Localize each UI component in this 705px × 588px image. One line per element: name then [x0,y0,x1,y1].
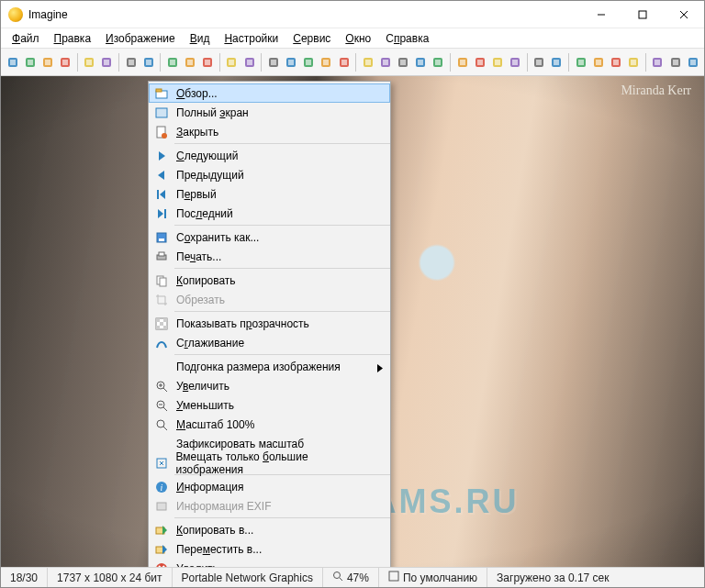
tb-copy[interactable] [140,54,156,71]
ctx-antialias[interactable]: Сглаживание [149,333,390,352]
tb-transparency[interactable] [454,54,470,71]
menu-image[interactable]: Изображение [98,30,183,47]
svg-rect-49 [435,60,441,65]
svg-rect-47 [418,60,423,65]
tb-zoom-in[interactable] [489,54,505,71]
context-menu: Обзор... Полный экран Закрыть Следующий … [148,81,391,567]
tb-view5[interactable] [650,54,666,71]
menu-help[interactable]: Справка [378,30,436,47]
ctx-next[interactable]: Следующий [149,146,390,165]
tb-effect2[interactable] [336,54,352,71]
ctx-info[interactable]: iИнформация [149,477,390,496]
svg-line-108 [163,427,167,430]
delete-icon [152,561,171,568]
svg-rect-96 [160,322,163,326]
tb-effect4[interactable] [377,54,393,71]
svg-rect-97 [156,326,160,329]
minimize-button[interactable] [580,1,621,28]
svg-rect-43 [383,60,388,65]
ctx-copy[interactable]: Копировать [149,271,390,290]
svg-rect-78 [156,108,167,117]
svg-rect-51 [460,60,465,65]
image-viewport[interactable]: Miranda Kerr BYPROGRAMS.RU Обзор... Полн… [1,76,704,567]
ctx-print[interactable]: Печать... [149,247,390,266]
tb-zoom-fit[interactable] [549,54,565,71]
tb-wand[interactable] [685,54,700,71]
next-icon [152,149,171,163]
ctx-first[interactable]: Первый [149,184,390,204]
tb-view3[interactable] [608,54,623,71]
ctx-fitlarge[interactable]: Вмещать только большие изображения [149,453,390,472]
tb-antialias[interactable] [472,54,487,71]
svg-rect-126 [389,571,398,581]
ctx-fullscreen[interactable]: Полный экран [149,103,390,122]
ctx-exif: Информация EXIF [149,496,390,516]
svg-rect-9 [45,60,50,65]
toolbar-separator [355,53,356,72]
tb-rotate-right[interactable] [301,54,317,71]
tb-open[interactable] [5,54,20,71]
tb-redo[interactable] [200,54,216,71]
ctx-zoomin[interactable]: Увеличить [149,376,390,395]
close-button[interactable] [663,1,704,28]
menu-file[interactable]: Файл [5,30,47,47]
tb-view1[interactable] [573,54,588,71]
svg-rect-61 [554,60,559,65]
zoom-in-icon [152,379,171,394]
tb-cut[interactable] [123,54,139,71]
ctx-transparency[interactable]: Показывать прозрачность [149,314,390,333]
maximize-button[interactable] [621,1,663,28]
tb-undo[interactable] [183,54,198,71]
tb-exif[interactable] [241,54,257,71]
menu-edit[interactable]: Правка [47,30,99,47]
tb-palette[interactable] [667,54,683,71]
tb-fullscreen[interactable] [39,54,55,71]
svg-point-107 [157,420,164,427]
info-icon: i [152,480,171,494]
ctx-saveas[interactable]: Сохранить как... [149,227,390,247]
svg-point-124 [333,572,340,579]
tb-save[interactable] [22,54,38,71]
menu-settings[interactable]: Настройки [217,30,285,47]
toolbar-separator [118,53,119,72]
tb-view4[interactable] [626,54,642,71]
svg-rect-63 [578,60,584,65]
tb-swap[interactable] [431,54,446,71]
ctx-moveto[interactable]: Переместить в... [149,539,390,559]
svg-rect-23 [187,60,193,65]
ctx-copyto[interactable]: Копировать в... [149,520,390,539]
tb-view2[interactable] [590,54,606,71]
ctx-prev[interactable]: Предыдущий [149,165,390,184]
menu-view[interactable]: Вид [183,30,218,47]
tb-zoom-out[interactable] [508,54,523,71]
tb-next[interactable] [99,54,115,71]
tb-prev[interactable] [82,54,97,71]
ctx-zoomout[interactable]: Уменьшить [149,395,390,415]
ctx-fit[interactable]: Подгонка размера изображения [149,357,390,376]
tb-crop[interactable] [413,54,429,71]
ctx-last[interactable]: Последний [149,204,390,223]
menu-service[interactable]: Сервис [285,30,338,47]
menu-window[interactable]: Окно [338,30,378,47]
tb-rotate-left[interactable] [283,54,298,71]
ctx-browse[interactable]: Обзор... [149,83,390,103]
tb-resize[interactable] [265,54,281,71]
ctx-zoom100[interactable]: Масштаб 100% [149,415,390,434]
tb-effect5[interactable] [395,54,410,71]
ctx-close[interactable]: Закрыть [149,122,390,141]
svg-rect-75 [690,60,696,65]
tb-paste[interactable] [164,54,180,71]
svg-rect-17 [129,60,134,65]
svg-rect-57 [512,60,518,65]
ctx-delete[interactable]: Удалить [149,559,390,567]
svg-rect-41 [365,60,371,65]
tb-zoom-100[interactable] [532,54,547,71]
tb-effect1[interactable] [319,54,334,71]
tb-print[interactable] [58,54,73,71]
svg-rect-19 [146,60,151,65]
transparency-icon [152,316,171,331]
app-window: Imagine Файл Правка Изображение Вид Наст… [0,0,705,588]
tb-effect3[interactable] [360,54,375,71]
status-loadtime: Загружено за 0.17 сек [487,568,704,587]
tb-info[interactable] [224,54,240,71]
